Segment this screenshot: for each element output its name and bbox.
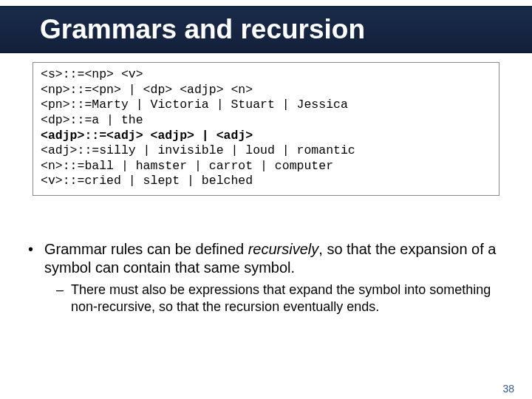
grammar-line-5-part-b: <adjp>: [151, 129, 194, 143]
subbullet-dash-icon: –: [56, 282, 71, 315]
bullet-dot-icon: •: [27, 240, 44, 277]
subbullet-text: There must also be expressions that expa…: [71, 282, 505, 315]
grammar-line-5-part-d: <adj>: [216, 129, 253, 143]
grammar-line-1: <s>::=<np> <v>: [41, 67, 143, 81]
grammar-line-5-part-c: |: [194, 129, 216, 143]
grammar-line-6: <adj>::=silly | invisible | loud | roman…: [41, 143, 355, 157]
grammar-line-7: <n>::=ball | hamster | carrot | computer: [41, 159, 333, 173]
body-text: • Grammar rules can be defined recursive…: [27, 240, 505, 315]
title-bar: Grammars and recursion: [0, 6, 532, 53]
bullet-text-ital: recursively: [248, 241, 319, 257]
grammar-line-8: <v>::=cried | slept | belched: [41, 174, 253, 188]
page-number: 38: [502, 383, 514, 395]
grammar-line-5-part-a: <adjp>::=<adj>: [41, 129, 151, 143]
grammar-line-4: <dp>::=a | the: [41, 113, 143, 127]
slide-title: Grammars and recursion: [40, 14, 365, 45]
grammar-line-2: <np>::=<pn> | <dp> <adjp> <n>: [41, 83, 253, 97]
grammar-code-box: <s>::=<np> <v> <np>::=<pn> | <dp> <adjp>…: [33, 62, 499, 196]
slide: Grammars and recursion <s>::=<np> <v> <n…: [0, 6, 532, 399]
bullet-main: • Grammar rules can be defined recursive…: [27, 240, 505, 277]
bullet-text: Grammar rules can be defined recursively…: [44, 240, 505, 277]
grammar-line-3: <pn>::=Marty | Victoria | Stuart | Jessi…: [41, 98, 348, 112]
bullet-text-pre: Grammar rules can be defined: [44, 241, 248, 257]
subbullet: – There must also be expressions that ex…: [56, 282, 505, 315]
